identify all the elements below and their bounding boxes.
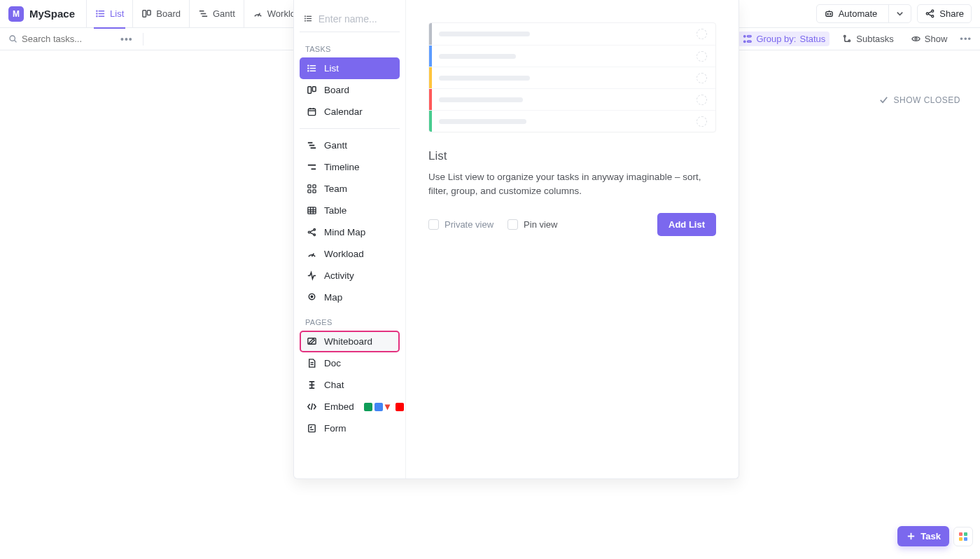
show-button[interactable]: Show — [906, 32, 952, 46]
apps-icon — [959, 532, 967, 541]
svg-rect-27 — [748, 41, 752, 42]
svg-point-3 — [97, 11, 97, 11]
view-name-input[interactable] — [318, 13, 396, 25]
view-option-activity[interactable]: Activity — [300, 265, 400, 287]
svg-rect-45 — [308, 109, 315, 115]
pages-section-label: PAGES — [300, 308, 400, 331]
view-option-map[interactable]: Map — [300, 287, 400, 308]
view-option-form[interactable]: Form — [300, 417, 400, 439]
pin-view-checkbox[interactable]: Pin view — [507, 219, 557, 230]
svg-rect-6 — [143, 11, 146, 17]
search-input[interactable] — [22, 34, 113, 44]
chat-icon — [307, 380, 317, 390]
view-option-chat[interactable]: Chat — [300, 374, 400, 396]
top-actions: Automate Share — [816, 4, 972, 23]
view-preview-pane: List Use List view to organize your task… — [405, 0, 738, 478]
svg-rect-26 — [748, 36, 752, 37]
svg-rect-55 — [313, 185, 316, 188]
svg-rect-44 — [312, 87, 316, 92]
check-icon — [878, 95, 889, 105]
preview-title: List — [428, 149, 716, 163]
view-option-table-label: Table — [324, 205, 346, 216]
preview-illustration — [428, 22, 716, 132]
view-option-gantt[interactable]: Gantt — [300, 134, 400, 156]
svg-point-21 — [10, 36, 15, 41]
groupby-button[interactable]: Group by: Status — [738, 32, 830, 46]
embed-app-icons: ▾ — [364, 403, 404, 411]
workload-icon — [307, 249, 317, 259]
view-option-workload[interactable]: Workload — [300, 243, 400, 265]
map-icon — [307, 292, 317, 303]
robot-icon — [824, 8, 834, 19]
view-option-list[interactable]: List — [300, 57, 400, 79]
filterbar-more[interactable]: ••• — [960, 34, 972, 44]
view-option-mindmap[interactable]: Mind Map — [300, 221, 400, 243]
svg-line-20 — [928, 14, 932, 15]
tab-board[interactable]: Board — [132, 0, 189, 28]
form-icon — [307, 423, 317, 434]
svg-point-41 — [308, 68, 309, 69]
apps-launcher[interactable] — [953, 527, 973, 546]
svg-point-65 — [314, 234, 315, 235]
svg-point-25 — [744, 41, 746, 42]
automate-caret[interactable] — [888, 5, 911, 22]
view-option-embed[interactable]: Embed ▾ — [300, 396, 400, 417]
svg-rect-56 — [308, 190, 311, 193]
tab-gantt[interactable]: Gantt — [189, 0, 244, 28]
private-view-checkbox[interactable]: Private view — [428, 219, 493, 230]
view-option-doc[interactable]: Doc — [300, 352, 400, 374]
calendar-icon — [307, 106, 317, 117]
view-option-chat-label: Chat — [324, 380, 344, 390]
whiteboard-icon — [307, 336, 317, 347]
share-label: Share — [939, 8, 964, 19]
view-option-mindmap-label: Mind Map — [324, 227, 365, 237]
svg-line-79 — [312, 403, 313, 410]
svg-point-42 — [308, 71, 309, 71]
svg-point-30 — [915, 38, 917, 40]
view-option-map-label: Map — [324, 292, 342, 303]
svg-point-18 — [932, 15, 934, 18]
new-task-fab[interactable]: Task — [897, 526, 949, 546]
eye-icon — [911, 34, 921, 44]
svg-rect-58 — [308, 207, 316, 214]
svg-rect-7 — [148, 11, 151, 15]
view-option-table[interactable]: Table — [300, 200, 400, 221]
space-avatar[interactable]: M — [8, 6, 24, 22]
search-more[interactable]: ••• — [120, 34, 133, 45]
svg-point-17 — [932, 10, 934, 12]
search-tasks[interactable] — [8, 34, 113, 44]
gantt-icon — [198, 8, 209, 19]
svg-point-28 — [844, 36, 846, 37]
list-icon — [304, 13, 313, 24]
view-option-list-label: List — [324, 63, 339, 74]
tab-gantt-label: Gantt — [213, 8, 235, 19]
view-option-doc-label: Doc — [324, 358, 341, 368]
view-tabs: List Board Gantt Workload — [86, 0, 314, 28]
svg-point-36 — [305, 20, 306, 21]
svg-rect-12 — [825, 12, 832, 17]
view-option-team[interactable]: Team — [300, 178, 400, 200]
svg-line-22 — [15, 41, 17, 43]
chevron-down-icon — [895, 8, 905, 19]
view-option-whiteboard[interactable]: Whiteboard — [300, 331, 400, 352]
svg-rect-54 — [308, 185, 311, 188]
share-button[interactable]: Share — [917, 4, 972, 23]
view-option-board[interactable]: Board — [300, 79, 400, 101]
automate-button[interactable]: Automate — [816, 4, 912, 23]
embed-icon — [307, 401, 317, 412]
tab-list[interactable]: List — [86, 0, 132, 28]
groupby-value: Status — [799, 34, 825, 44]
view-name-row — [300, 6, 400, 32]
space-name[interactable]: MySpace — [29, 8, 75, 20]
view-option-team-label: Team — [324, 184, 347, 194]
group-icon — [742, 34, 752, 44]
add-list-button[interactable]: Add List — [657, 213, 716, 236]
subtasks-icon — [842, 34, 853, 44]
show-closed-toggle[interactable]: SHOW CLOSED — [878, 95, 960, 105]
subtasks-button[interactable]: Subtasks — [838, 32, 897, 46]
svg-line-19 — [928, 11, 932, 13]
view-option-timeline[interactable]: Timeline — [300, 156, 400, 178]
search-icon — [8, 34, 18, 44]
view-option-calendar[interactable]: Calendar — [300, 101, 400, 123]
svg-point-70 — [311, 296, 313, 298]
